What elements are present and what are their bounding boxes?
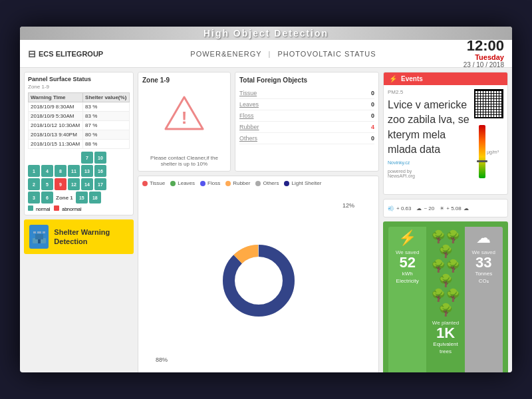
pm25-right: μg/m³ [487, 150, 499, 154]
zone-cell-13: 13 [81, 165, 93, 177]
zone-cell-7: 7 [81, 152, 93, 164]
powered-by-label: powered by [388, 169, 412, 174]
foreign-objects-title: Total Foreign Objects [239, 76, 374, 84]
qr-code [474, 89, 503, 118]
section-label: POWER&ENERGY [190, 50, 261, 58]
mid-top-row: Zone 1-9 ! Please contact Cleaner,if the… [138, 72, 379, 172]
trees-unit: Equivalent [433, 340, 458, 348]
zone-row-1: 1 4 8 11 13 16 [28, 165, 130, 177]
legend-light-shelter-label: Light Shelter [291, 180, 321, 186]
zone-cell-14: 14 [81, 178, 93, 190]
donut-svg [219, 241, 299, 321]
env-wind: 💨 + 0.63 [388, 205, 411, 211]
panel-surface-status: Pannel Surface Status Zone 1-9 Warning T… [24, 72, 134, 215]
panel-title: Pannel Surface Status [28, 76, 130, 82]
green-stats: ⚡ We saved 52 kWh Electricity 🌳🌳🌳🌳🌳🌳🌳🌳🌳 … [383, 221, 508, 372]
zone-cell-16: 16 [94, 165, 106, 177]
shelter-warning-text: Shelter Warning Detection [54, 227, 128, 247]
zone-row-3: 3 6 Zone 1 15 18 [28, 192, 130, 203]
panel-table: Warning Time Shelter value(%) 2018/10/9 … [28, 92, 130, 149]
co2-we-saved: We saved [472, 249, 495, 255]
zone-cell-12: 12 [68, 178, 80, 190]
co2-unit: Tonnes [475, 270, 492, 277]
events-icon: ⚡ [389, 75, 397, 82]
trees-we-planted: We planted [432, 320, 459, 326]
obj-count: 0 [371, 90, 374, 96]
electricity-unit: kWh [402, 270, 413, 277]
obj-label: Floss [239, 112, 254, 119]
obj-label: Tissue [239, 90, 257, 96]
subtitle-label: PHOTOVOLTAIC STATUS [277, 50, 376, 58]
foreign-obj-row: Leaves0 [239, 99, 374, 110]
middle-column: Zone 1-9 ! Please contact Cleaner,if the… [138, 72, 379, 372]
pm25-unit: μg/m³ [487, 150, 499, 154]
donut-legend: Tissue Leaves Floss Rubber [142, 180, 374, 186]
legend-normal-label: normal [36, 207, 50, 211]
legend-abnormal-label: abnormal [62, 207, 81, 211]
date-label: 23 / 10 / 2018 [464, 61, 504, 68]
screen-title: High Object Detection [203, 28, 329, 39]
cloud2-icon: ☁ [464, 205, 469, 211]
zone-row-0: 7 10 [28, 152, 130, 164]
stat-co2: ☁ We saved 33 Tonnes CO₂ [465, 227, 503, 372]
pm25-gauge-bar [479, 125, 485, 178]
shelter-icon [29, 225, 49, 249]
svg-text:!: ! [182, 108, 188, 128]
warning-time-cell: 2018/10/9 8:30AM [29, 102, 83, 112]
event-source: Novinky.cz [388, 160, 470, 165]
table-row: 2018/10/9 8:30AM83 % [29, 102, 130, 112]
legend-others: Others [255, 180, 279, 186]
zone-cell-8: 8 [55, 165, 66, 177]
foreign-obj-row: Others0 [239, 133, 374, 144]
donut-wrapper: 12% 88% [142, 190, 374, 371]
logo: ⊟ ECS ELITEGROUP [28, 49, 103, 59]
shelter-value-cell: 87 % [83, 121, 130, 130]
logo-icon: ⊟ [28, 49, 36, 59]
stat-electricity: ⚡ We saved 52 kWh Electricity [388, 227, 426, 372]
stat-trees: 🌳🌳🌳🌳🌳🌳🌳🌳🌳 We planted 1K Equivalent trees [426, 227, 464, 372]
cloud-icon: ☁ [416, 205, 422, 211]
obj-count: 0 [371, 112, 374, 119]
left-column: Pannel Surface Status Zone 1-9 Warning T… [24, 72, 134, 372]
zone-1-label: Zone 1 [55, 192, 74, 203]
zone-cell-3: 3 [28, 192, 40, 203]
svg-rect-5 [38, 239, 41, 243]
col-warning-time: Warning Time [29, 93, 83, 102]
day-label: Tuesday [464, 53, 504, 61]
table-row: 2018/10/13 9:40PM80 % [29, 130, 130, 140]
svg-rect-2 [33, 231, 36, 233]
svg-point-9 [229, 251, 289, 311]
zone-cell-10: 10 [94, 152, 106, 164]
powered-by: powered by NewsAPI.org [388, 169, 470, 178]
shelter-value-cell: 83 % [83, 102, 130, 112]
foreign-obj-row: Floss0 [239, 110, 374, 122]
foreign-objects-list: Tissue0Leaves0Floss0Rubber4Others0 [239, 88, 374, 144]
legend-row: normal abnormal [28, 205, 130, 211]
obj-label: Others [239, 135, 257, 142]
legend-light-shelter: Light Shelter [284, 180, 321, 186]
trees-label: trees [440, 348, 452, 355]
wind-icon: 💨 [388, 205, 394, 211]
trees-icon: 🌳🌳🌳🌳🌳🌳🌳🌳🌳 [429, 229, 462, 317]
legend-leaves-label: Leaves [178, 180, 195, 186]
co2-number: 33 [475, 255, 491, 270]
events-text: PM2.5 Lvice v americke zoo zabila lva, s… [388, 89, 470, 178]
zone-cell-4: 4 [41, 165, 53, 177]
obj-count: 0 [371, 135, 374, 142]
legend-floss: Floss [200, 180, 220, 186]
legend-abnormal: abnormal [54, 205, 81, 211]
header-title: POWER&ENERGY | PHOTOVOLTAIC STATUS [190, 50, 376, 58]
zone-cell-17: 17 [94, 178, 106, 190]
events-title: Events [401, 75, 423, 82]
env-cloud: ☁ ~ 20 [416, 205, 434, 211]
obj-label: Leaves [239, 101, 259, 108]
main-content: Pannel Surface Status Zone 1-9 Warning T… [20, 68, 512, 372]
zone-cell-1: 1 [28, 165, 40, 177]
sun-value: + 5.08 [446, 205, 461, 211]
zone-cell-9-abnormal: 9 [55, 178, 66, 190]
cloud-value: ~ 20 [424, 205, 434, 211]
event-article: Lvice v americke zoo zabila lva, se kter… [388, 98, 470, 158]
logo-text: ECS ELITEGROUP [39, 50, 103, 58]
shelter-value-cell: 88 % [83, 140, 130, 149]
sun-icon: ☀ [440, 205, 444, 211]
